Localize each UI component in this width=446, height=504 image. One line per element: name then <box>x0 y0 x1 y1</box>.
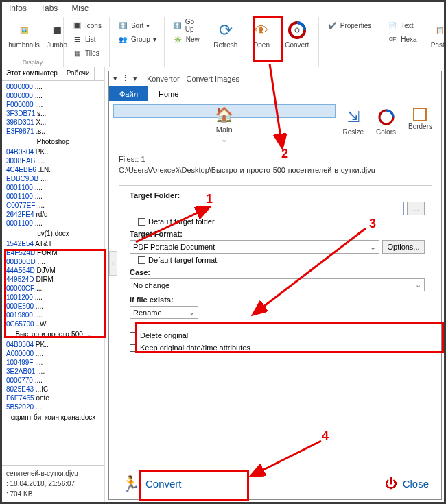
menu-misc[interactable]: Misc <box>71 3 89 14</box>
default-folder-checkbox[interactable] <box>138 218 145 226</box>
hex-preview: 0000000 ....0000000 ....F000000 ....3F3D… <box>2 81 104 465</box>
tab-desktop[interactable]: Рабочи <box>62 67 95 80</box>
svg-point-1 <box>295 28 299 32</box>
open-button[interactable]: 👁Open <box>244 19 279 51</box>
resize-button[interactable]: ⇲Resize <box>338 104 369 146</box>
text-button[interactable]: 📄Text <box>384 19 420 32</box>
borders-icon <box>413 108 427 121</box>
borders-button[interactable]: Borders <box>403 104 437 146</box>
konvertor-dialog: ▾ ⋮ ▾ Konvertor - Convert Images Файл Ho… <box>108 71 442 500</box>
tiles-icon: ▦ <box>71 47 82 58</box>
refresh-icon: ⟳ <box>216 21 235 40</box>
paste-button[interactable]: 📋Paste <box>422 19 446 51</box>
sidebar: Этот компьютер Рабочи 0000000 ....000000… <box>2 67 105 502</box>
options-button[interactable]: Options... <box>382 240 425 254</box>
if-exists-select[interactable]: Rename <box>130 306 198 319</box>
power-icon: ⏻ <box>385 477 397 491</box>
sort-button[interactable]: ↕️Sort ▾ <box>114 19 160 32</box>
statusbar: сетителей-в-сутки.djvu : 18.04.2018, 21:… <box>2 465 104 502</box>
eye-icon: 👁 <box>252 21 271 40</box>
icons-icon: 🔳 <box>71 20 82 31</box>
thumbnails-icon: 🖼️ <box>14 21 34 40</box>
menubar: Infos Tabs Misc <box>2 2 444 16</box>
status-size: : 704 KB <box>6 489 100 499</box>
close-button[interactable]: ⏻ Close <box>385 477 429 491</box>
case-label: Case: <box>130 268 425 276</box>
convert-icon <box>287 21 307 40</box>
group-display-label: Display <box>6 59 59 66</box>
tiles-button[interactable]: ▦Tiles <box>68 46 105 60</box>
default-format-checkbox[interactable] <box>138 256 145 264</box>
check-icon: ✔️ <box>327 20 338 31</box>
target-format-label: Target Format: <box>130 230 425 238</box>
target-format-select[interactable]: PDF Portable Document <box>130 240 379 254</box>
group-button[interactable]: 👥Group ▾ <box>114 32 160 46</box>
keep-date-checkbox[interactable] <box>130 344 137 352</box>
group-icon: 👥 <box>117 34 128 45</box>
grip-icon: ⋮ <box>121 74 129 83</box>
refresh-button[interactable]: ⟳Refresh <box>209 19 243 51</box>
dialog-title-text: Konvertor - Convert Images <box>147 75 239 83</box>
goup-icon: ⬆️ <box>172 20 183 31</box>
main-button[interactable]: 🏠Main <box>113 104 336 118</box>
icons-button[interactable]: 🔳Icons <box>68 19 105 32</box>
dialog-titlebar[interactable]: ▾ ⋮ ▾ Konvertor - Convert Images <box>109 71 441 86</box>
menu-tabs[interactable]: Tabs <box>40 3 58 14</box>
thumbnails-button[interactable]: 🖼️humbnails <box>6 19 42 51</box>
paste-icon: 📋 <box>430 21 446 40</box>
new-button[interactable]: ✳️New <box>169 32 207 46</box>
convert-button[interactable]: Convert <box>280 19 314 51</box>
if-exists-label: If file exists: <box>130 296 425 304</box>
target-folder-label: Target Folder: <box>130 191 425 200</box>
convert-action-button[interactable]: 🏃 Convert <box>121 475 182 493</box>
case-select[interactable]: No change <box>130 278 425 291</box>
properties-button[interactable]: ✔️Properties <box>323 19 375 32</box>
new-icon: ✳️ <box>172 34 183 45</box>
goup-button[interactable]: ⬆️Go Up <box>169 19 207 32</box>
tab-my-computer[interactable]: Этот компьютер <box>2 67 62 80</box>
resize-icon: ⇲ <box>344 108 363 127</box>
files-count: Files:: 1 <box>119 155 432 166</box>
text-icon: 📄 <box>387 20 398 31</box>
home-icon: 🏠 <box>215 106 234 124</box>
status-date: : 18.04.2018, 21:56:07 <box>6 479 100 489</box>
list-icon: ☰ <box>71 34 82 45</box>
down-icon: ▾ <box>113 74 117 83</box>
dialog-tab-home[interactable]: Home <box>148 86 189 101</box>
app-ribbon: 🖼️humbnails ⬛Jumbo Display 🔳Icons ☰List … <box>2 16 444 67</box>
hexa-icon: 0F <box>387 34 398 45</box>
files-path: C:\Users\Алексей\Desktop\Быстро-и-просто… <box>119 166 432 174</box>
colors-icon <box>377 108 396 127</box>
browse-button[interactable]: ... <box>407 202 425 215</box>
delete-original-checkbox[interactable] <box>130 332 137 339</box>
colors-button[interactable]: Colors <box>371 104 401 146</box>
menu-infos[interactable]: Infos <box>9 3 27 14</box>
hexa-button[interactable]: 0FHexa <box>384 32 420 46</box>
status-filename: сетителей-в-сутки.djvu <box>6 468 100 479</box>
target-folder-input[interactable] <box>130 202 404 215</box>
convert-run-icon: 🏃 <box>121 475 140 493</box>
dialog-tab-file[interactable]: Файл <box>109 86 148 101</box>
list-button[interactable]: ☰List <box>68 32 105 46</box>
sort-icon: ↕️ <box>117 20 128 31</box>
collapse-button[interactable]: ‹ <box>109 251 117 276</box>
